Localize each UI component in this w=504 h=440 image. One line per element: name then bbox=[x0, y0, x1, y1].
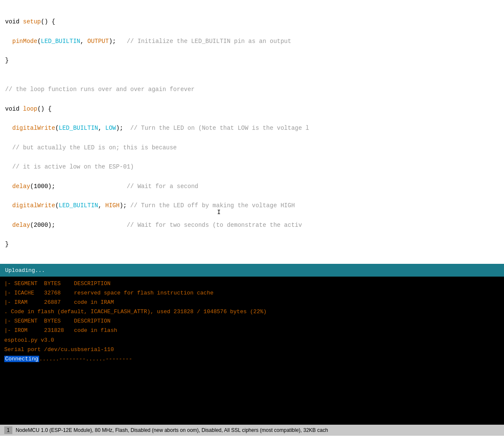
uploading-label: Uploading... bbox=[5, 267, 45, 274]
app-container: void setup() { pinMode(LED_BUILTIN, OUTP… bbox=[0, 0, 504, 436]
status-bar-left: 1 NodeMCU 1.0 (ESP-12E Module), 80 MHz, … bbox=[4, 426, 328, 434]
console-line-2: |- ICACHE 32768 reserved space for flash… bbox=[4, 289, 500, 298]
console-header: Uploading... bbox=[0, 264, 504, 277]
console-line-3: |- IRAM 26887 code in IRAM bbox=[4, 298, 500, 307]
line-number: 1 bbox=[4, 426, 12, 434]
connecting-text: Connecting bbox=[4, 356, 39, 362]
console-body[interactable]: |- SEGMENT BYTES DESCRIPTION |- ICACHE 3… bbox=[0, 277, 504, 425]
console-line-9: Connecting......--------......-------- bbox=[4, 354, 500, 364]
console-line-8: Serial port /dev/cu.usbserial-110 bbox=[4, 345, 500, 354]
status-info: NodeMCU 1.0 (ESP-12E Module), 80 MHz, Fl… bbox=[16, 427, 328, 433]
cursor: I bbox=[217, 209, 220, 216]
console-line-4: . Code in flash (default, ICACHE_FLASH_A… bbox=[4, 307, 500, 317]
status-bar: 1 NodeMCU 1.0 (ESP-12E Module), 80 MHz, … bbox=[0, 425, 504, 436]
console-line-7: esptool.py v3.0 bbox=[4, 336, 500, 345]
console-line-6: |- IROM 231828 code in flash bbox=[4, 326, 500, 335]
console-line-5: |- SEGMENT BYTES DESCRIPTION bbox=[4, 317, 500, 326]
console-area: Uploading... |- SEGMENT BYTES DESCRIPTIO… bbox=[0, 264, 504, 425]
code-content: void setup() { pinMode(LED_BUILTIN, OUTP… bbox=[0, 4, 504, 264]
code-editor[interactable]: void setup() { pinMode(LED_BUILTIN, OUTP… bbox=[0, 0, 504, 264]
console-line-1: |- SEGMENT BYTES DESCRIPTION bbox=[4, 279, 500, 289]
